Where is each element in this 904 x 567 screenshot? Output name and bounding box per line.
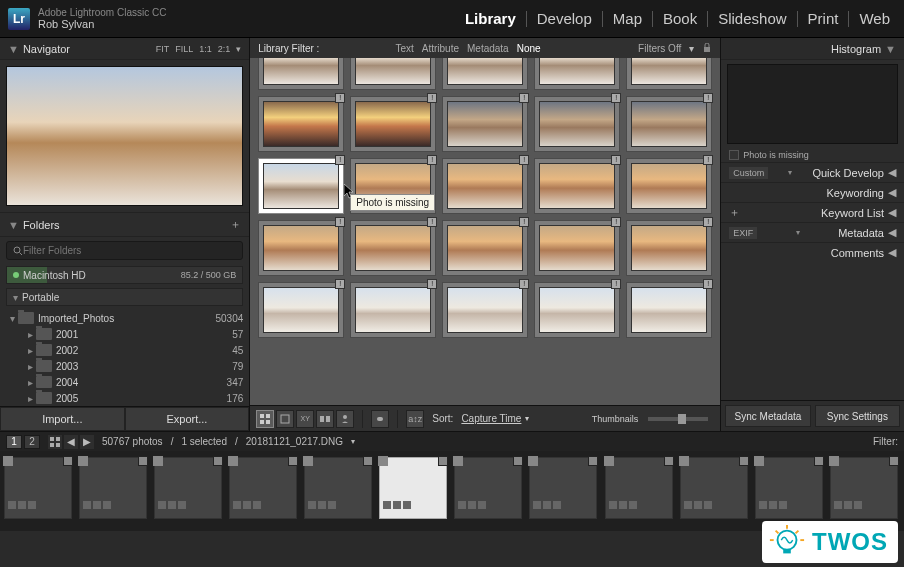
lock-icon[interactable] xyxy=(702,43,712,53)
grid-cell[interactable]: ! xyxy=(442,220,528,276)
missing-badge-icon[interactable]: ! xyxy=(427,279,437,289)
filmstrip-cell[interactable] xyxy=(680,457,748,519)
module-print[interactable]: Print xyxy=(802,8,845,29)
flag-icon[interactable] xyxy=(679,456,689,466)
missing-badge-icon[interactable]: ! xyxy=(427,155,437,165)
zoom-fit[interactable]: FIT xyxy=(156,44,170,54)
sort-value-dropdown[interactable]: Capture Time xyxy=(461,413,521,424)
missing-badge-icon[interactable]: ! xyxy=(519,279,529,289)
missing-badge-icon[interactable] xyxy=(664,456,674,466)
grid-shortcut-icon[interactable] xyxy=(48,435,62,449)
filmstrip-cell[interactable] xyxy=(79,457,147,519)
filmstrip-cell[interactable] xyxy=(229,457,297,519)
panel-metadata[interactable]: EXIF▾ Metadata ◀ xyxy=(721,222,904,242)
dropdown-icon[interactable]: ▾ xyxy=(788,168,792,177)
sort-direction-button[interactable]: a↕z xyxy=(406,410,424,428)
filmstrip-cell[interactable] xyxy=(454,457,522,519)
export-button[interactable]: Export... xyxy=(125,407,250,431)
missing-badge-icon[interactable] xyxy=(138,456,148,466)
missing-badge-icon[interactable] xyxy=(814,456,824,466)
flag-icon[interactable] xyxy=(3,456,13,466)
module-slideshow[interactable]: Slideshow xyxy=(712,8,792,29)
missing-badge-icon[interactable]: ! xyxy=(703,279,713,289)
missing-badge-icon[interactable]: ! xyxy=(427,217,437,227)
module-book[interactable]: Book xyxy=(657,8,703,29)
missing-badge-icon[interactable]: ! xyxy=(703,217,713,227)
panel-comments[interactable]: Comments ◀ xyxy=(721,242,904,262)
filmstrip-cell[interactable] xyxy=(830,457,898,519)
sync-settings-button[interactable]: Sync Settings xyxy=(815,405,900,427)
flag-icon[interactable] xyxy=(78,456,88,466)
chevron-down-icon[interactable]: ▾ xyxy=(6,313,18,324)
volume-portable[interactable]: ▾ Portable xyxy=(6,288,243,306)
filmstrip-cell[interactable] xyxy=(529,457,597,519)
folder-row[interactable]: ▸200157 xyxy=(6,326,249,342)
add-folder-icon[interactable]: ＋ xyxy=(230,217,241,232)
grid-cell-selected[interactable]: ! xyxy=(258,158,344,214)
view-compare-button[interactable]: XY xyxy=(296,410,314,428)
missing-badge-icon[interactable]: ! xyxy=(335,93,345,103)
missing-badge-icon[interactable]: ! xyxy=(519,93,529,103)
grid-cell[interactable]: ! xyxy=(442,96,528,152)
folder-row[interactable]: ▸2004347 xyxy=(6,374,249,390)
folder-row[interactable]: ▸200245 xyxy=(6,342,249,358)
thumbnail-size-slider[interactable] xyxy=(648,417,708,421)
module-web[interactable]: Web xyxy=(853,8,896,29)
grid-cell[interactable]: ! xyxy=(350,220,436,276)
grid-cell[interactable]: ! xyxy=(534,96,620,152)
missing-badge-icon[interactable] xyxy=(739,456,749,466)
grid-cell[interactable]: ! xyxy=(626,220,712,276)
view-survey-button[interactable] xyxy=(316,410,334,428)
grid-cell[interactable]: ! xyxy=(534,58,620,90)
zoom-2-1[interactable]: 2:1 xyxy=(218,44,231,54)
grid-cell[interactable]: ! xyxy=(258,282,344,338)
filmstrip-cell[interactable] xyxy=(605,457,673,519)
grid-cell[interactable]: ! xyxy=(442,282,528,338)
grid-cell[interactable]: ! xyxy=(350,282,436,338)
thumbnail-grid[interactable]: ! ! ! ! ! ! ! ! ! ! ! ! ! ! ! xyxy=(250,58,720,405)
filmstrip-cell-selected[interactable] xyxy=(379,457,447,519)
grid-cell[interactable]: ! xyxy=(350,58,436,90)
missing-badge-icon[interactable]: ! xyxy=(427,93,437,103)
grid-cell[interactable]: ! xyxy=(258,220,344,276)
grid-cell[interactable]: ! xyxy=(534,220,620,276)
go-back-button[interactable]: ◀ xyxy=(64,435,78,449)
chevron-right-icon[interactable]: ▸ xyxy=(24,329,36,340)
navigator-header[interactable]: ▼ Navigator FIT FILL 1:1 2:1 ▾ xyxy=(0,38,249,60)
chevron-right-icon[interactable]: ▸ xyxy=(24,393,36,404)
folder-row-root[interactable]: ▾ Imported_Photos 50304 xyxy=(6,310,249,326)
flag-icon[interactable] xyxy=(754,456,764,466)
folder-search-input[interactable] xyxy=(23,245,236,256)
import-button[interactable]: Import... xyxy=(0,407,125,431)
missing-badge-icon[interactable]: ! xyxy=(519,155,529,165)
panel-keywording[interactable]: Keywording ◀ xyxy=(721,182,904,202)
missing-badge-icon[interactable]: ! xyxy=(703,155,713,165)
missing-badge-icon[interactable] xyxy=(363,456,373,466)
missing-badge-icon[interactable] xyxy=(213,456,223,466)
filters-off-preset[interactable]: Filters Off xyxy=(638,43,681,54)
grid-cell[interactable]: ! xyxy=(626,158,712,214)
chevron-right-icon[interactable]: ▸ xyxy=(24,361,36,372)
grid-cell[interactable]: ! xyxy=(626,58,712,90)
folder-row[interactable]: ▸2005176 xyxy=(6,390,249,406)
view-loupe-button[interactable] xyxy=(276,410,294,428)
chevron-down-icon[interactable]: ▾ xyxy=(351,437,355,446)
missing-badge-icon[interactable]: ! xyxy=(611,217,621,227)
grid-cell[interactable]: ! xyxy=(534,158,620,214)
painter-tool-button[interactable] xyxy=(371,410,389,428)
slider-knob[interactable] xyxy=(678,414,686,424)
folders-header[interactable]: ▼ Folders ＋ xyxy=(0,212,249,237)
missing-badge-icon[interactable]: ! xyxy=(611,279,621,289)
filter-tab-attribute[interactable]: Attribute xyxy=(422,43,459,54)
grid-cell[interactable]: ! xyxy=(258,96,344,152)
grid-cell[interactable]: ! xyxy=(442,58,528,90)
dropdown-icon[interactable]: ▾ xyxy=(796,228,800,237)
missing-badge-icon[interactable]: ! xyxy=(611,93,621,103)
filter-tab-none[interactable]: None xyxy=(517,43,541,54)
chevron-right-icon[interactable]: ▸ xyxy=(24,377,36,388)
filmstrip-cell[interactable] xyxy=(4,457,72,519)
filmstrip-cell[interactable] xyxy=(755,457,823,519)
flag-icon[interactable] xyxy=(378,456,388,466)
grid-cell[interactable]: ! xyxy=(442,158,528,214)
zoom-1-1[interactable]: 1:1 xyxy=(199,44,212,54)
